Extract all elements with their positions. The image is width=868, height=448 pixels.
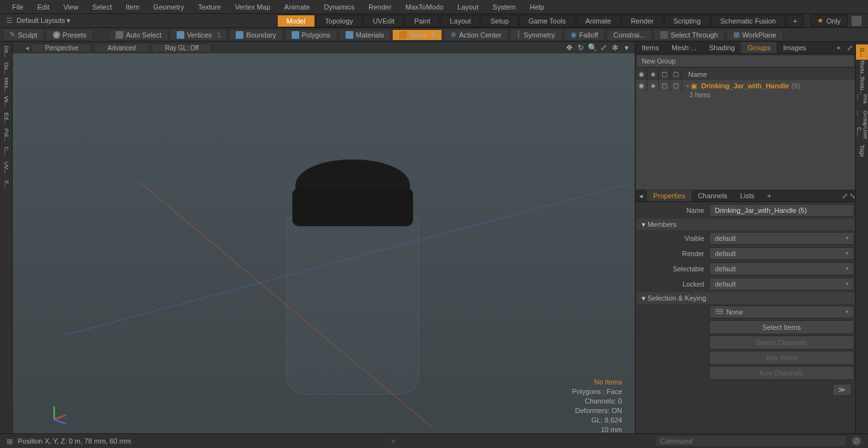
menu-dynamics[interactable]: Dynamics (317, 3, 362, 11)
menu-edit[interactable]: Edit (31, 3, 57, 11)
tab-model[interactable]: Model (277, 15, 315, 27)
settings-icon[interactable]: ✻ (611, 43, 620, 52)
ltool-8[interactable]: F... (0, 177, 12, 192)
ltool-6[interactable]: C... (0, 144, 12, 159)
zoom-icon[interactable]: 🔍 (588, 43, 597, 52)
settings-gear-icon[interactable] (851, 16, 862, 26)
move-icon[interactable]: ✥ (565, 43, 574, 52)
tab-setup[interactable]: Setup (481, 15, 519, 27)
more-button[interactable]: ≫ (832, 384, 851, 396)
otab-images[interactable]: Images (776, 42, 812, 53)
tab-layout[interactable]: Layout (440, 15, 480, 27)
tab-scripting[interactable]: Scripting (664, 15, 710, 27)
rtool-4[interactable]: Group ... (856, 111, 868, 126)
ptab-channels[interactable]: Channels (691, 190, 733, 201)
menu-maxtomodo[interactable]: MaxToModo (398, 3, 451, 11)
otab-shading[interactable]: Shading (703, 42, 741, 53)
camera-dropdown[interactable]: Perspective (32, 43, 92, 53)
command-input[interactable] (656, 435, 846, 447)
ltool-3[interactable]: Ve... (0, 94, 12, 109)
selkey-section[interactable]: ▾ Selection & Keying (637, 292, 854, 304)
outliner-row[interactable]: ◉◈▢▢ + ▣ Drinking_Jar_with_Handle (5) (636, 80, 855, 92)
tab-animate[interactable]: Animate (576, 15, 620, 27)
grid-icon[interactable]: ▦ (6, 437, 13, 445)
ptab-properties[interactable]: Properties (647, 190, 691, 201)
ptab-lists[interactable]: Lists (734, 190, 761, 201)
tab-uvedit[interactable]: UVEdit (363, 15, 404, 27)
selectable-dropdown[interactable]: default▾ (709, 262, 854, 275)
locked-dropdown[interactable]: default▾ (709, 278, 854, 290)
tab-add[interactable]: + (786, 15, 804, 27)
otab-add[interactable]: + (833, 44, 844, 51)
ltool-2[interactable]: Mes... (0, 78, 12, 93)
vertices-button[interactable]: Vertices1 (170, 29, 227, 41)
layout-menu-icon[interactable]: ☰ (6, 17, 13, 25)
rotate-icon[interactable]: ↻ (576, 43, 585, 52)
members-section[interactable]: ▾ Members (637, 219, 854, 230)
polygons-button[interactable]: Polygons (285, 29, 337, 41)
menu-view[interactable]: View (57, 3, 86, 11)
rtool-1[interactable]: Textu... (856, 61, 868, 76)
menu-geometry[interactable]: Geometry (146, 3, 191, 11)
col3-icon[interactable]: ▢ (659, 69, 670, 80)
constraints-button[interactable]: Constrai... (606, 29, 652, 41)
vis-column-icon[interactable]: ◉ (636, 69, 648, 80)
default-layouts-dropdown[interactable]: Default Layouts ▾ (17, 17, 71, 25)
otab-items[interactable]: Items (635, 42, 665, 53)
render-dropdown[interactable]: default▾ (709, 247, 854, 260)
new-group-button[interactable]: New Group (636, 55, 855, 67)
fit-icon[interactable]: ⤢ (599, 43, 608, 52)
col2-icon[interactable]: ◈ (648, 69, 659, 80)
ptab-back[interactable]: ◂ (635, 192, 647, 200)
shading-dropdown[interactable]: Advanced (94, 43, 149, 53)
workplane-button[interactable]: ▦WorkPlane (726, 29, 783, 41)
ptab-expand-icon[interactable]: ⤢ ⤡ (842, 192, 855, 200)
rtool-5[interactable]: User C... (856, 127, 868, 142)
selectthrough-button[interactable]: Select Through (653, 29, 724, 41)
tab-gametools[interactable]: Game Tools (519, 15, 576, 27)
presets-button[interactable]: Presets (46, 29, 93, 41)
actioncenter-button[interactable]: ⊕Action Center (444, 29, 508, 41)
axis-gizmo[interactable] (44, 409, 64, 428)
key-items-button[interactable]: Key Items (709, 351, 854, 365)
ltool-5[interactable]: Pol... (0, 127, 12, 142)
menu-help[interactable]: Help (523, 3, 552, 11)
ptab-add[interactable]: + (761, 190, 777, 201)
otab-expand-icon[interactable]: ⤢ (844, 44, 855, 52)
select-channels-button[interactable]: Select Channels (709, 336, 854, 350)
ltool-4[interactable]: Ed... (0, 111, 12, 126)
raygl-dropdown[interactable]: Ray GL: Off (152, 43, 212, 53)
status-close-icon[interactable]: ∅ (851, 436, 862, 446)
rtool-6[interactable]: Tags (856, 144, 868, 159)
keying-mode-dropdown[interactable]: ⠿⠿None▾ (709, 306, 854, 318)
tab-render[interactable]: Render (621, 15, 663, 27)
key-channels-button[interactable]: Key Channels (709, 366, 854, 380)
outliner-tree[interactable]: ◉ ◈ ▢ ▢ Name ◉◈▢▢ + ▣ Drinking_Jar_with_… (636, 69, 855, 189)
tab-topology[interactable]: Topology (316, 15, 363, 27)
viewport-3d[interactable]: ◂ Perspective Advanced Ray GL: Off ✥ ↻ 🔍… (13, 42, 635, 447)
rtool-2[interactable]: Textu... (856, 78, 868, 93)
tab-paint[interactable]: Paint (405, 15, 440, 27)
col4-icon[interactable]: ▢ (670, 69, 682, 80)
menu-select[interactable]: Select (85, 3, 119, 11)
rtool-3[interactable]: Ima ... (856, 94, 868, 109)
ltool-0[interactable]: De... (0, 44, 12, 60)
ltool-1[interactable]: Du... (0, 61, 12, 76)
visible-dropdown[interactable]: default▾ (709, 232, 854, 245)
only-button[interactable]: ★Only (810, 15, 848, 27)
dropdown-icon[interactable]: ▾ (622, 43, 631, 52)
menu-layout[interactable]: Layout (451, 3, 485, 11)
select-items-button[interactable]: Select Items (709, 320, 854, 334)
boundary-button[interactable]: Boundary (229, 29, 283, 41)
menu-texture[interactable]: Texture (191, 3, 228, 11)
falloff-button[interactable]: ◉Falloff (564, 29, 606, 41)
menu-vertexmap[interactable]: Vertex Map (228, 3, 278, 11)
items-button[interactable]: Items5 (392, 29, 442, 41)
menu-file[interactable]: File (5, 3, 31, 11)
menu-animate[interactable]: Animate (277, 3, 316, 11)
name-input[interactable] (709, 204, 854, 217)
tab-schematicfusion[interactable]: Schematic Fusion (711, 15, 785, 27)
jar-mesh[interactable] (295, 160, 419, 395)
symmetry-button[interactable]: ┆Symmetry (510, 29, 562, 41)
menu-system[interactable]: System (485, 3, 523, 11)
